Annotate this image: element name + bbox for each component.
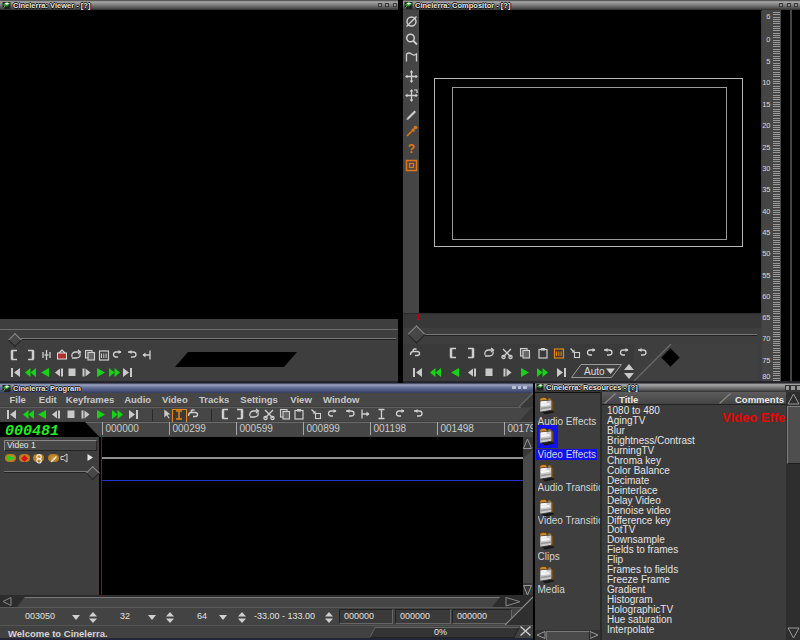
svg-text:?: ? [407,142,414,156]
svg-text:Auto: Auto [584,366,605,377]
